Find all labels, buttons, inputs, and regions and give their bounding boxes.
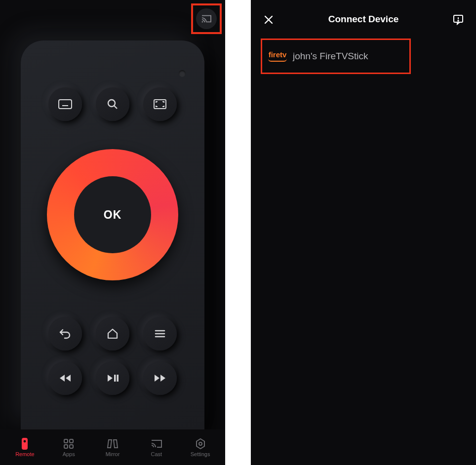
firetv-brand-text: firetv	[269, 51, 287, 58]
nav-cast[interactable]: Cast	[137, 438, 176, 457]
menu-icon	[154, 329, 166, 338]
svg-rect-20	[70, 445, 73, 448]
search-icon	[107, 98, 119, 110]
device-list-item[interactable]: firetv john's FireTVStick	[261, 39, 411, 74]
forward-button[interactable]	[143, 361, 177, 395]
screen-remote: OK	[0, 0, 225, 465]
apps-icon	[63, 438, 75, 450]
ok-button[interactable]: OK	[74, 176, 151, 253]
nav-apps[interactable]: Apps	[49, 438, 88, 457]
screen-connect-device: Connect Device firetv john's FireTVStick	[251, 0, 476, 465]
nav-label: Mirror	[106, 451, 120, 457]
device-name-label: john's FireTVStick	[293, 51, 368, 62]
amazon-smile-icon	[268, 59, 287, 62]
svg-rect-1	[59, 100, 72, 109]
svg-line-8	[114, 106, 117, 109]
svg-rect-9	[154, 100, 166, 109]
settings-icon	[195, 438, 206, 450]
svg-point-27	[458, 20, 459, 21]
ok-label: OK	[104, 208, 122, 222]
nav-remote[interactable]: Remote	[5, 438, 44, 457]
cast-icon	[201, 14, 212, 23]
close-button[interactable]	[262, 13, 276, 27]
svg-rect-19	[64, 445, 68, 448]
keyboard-icon	[58, 99, 72, 109]
home-icon	[107, 328, 119, 340]
highlight-cast-icon	[191, 3, 222, 34]
remote-icon	[19, 438, 31, 450]
svg-marker-21	[197, 439, 204, 449]
svg-rect-15	[22, 438, 28, 450]
firetv-logo: firetv	[268, 51, 287, 62]
nav-mirror[interactable]: Mirror	[93, 438, 132, 457]
fullscreen-icon	[154, 99, 166, 109]
nav-label: Remote	[15, 451, 35, 457]
remote-row-mid	[21, 317, 204, 350]
nav-label: Cast	[151, 451, 162, 457]
cast-button[interactable]	[196, 8, 217, 29]
page-title: Connect Device	[328, 14, 399, 25]
bottom-nav: Remote Apps Mirror Cast Settings	[0, 429, 225, 465]
rewind-icon	[59, 374, 72, 383]
close-icon	[264, 15, 274, 25]
svg-rect-14	[117, 375, 119, 382]
svg-rect-13	[114, 375, 116, 382]
menu-button[interactable]	[143, 317, 177, 350]
play-pause-icon	[107, 374, 119, 383]
feedback-button[interactable]	[451, 13, 465, 27]
svg-rect-17	[64, 439, 68, 443]
rewind-button[interactable]	[48, 361, 82, 395]
svg-point-22	[199, 442, 202, 445]
remote-row-top	[21, 87, 204, 121]
nav-settings[interactable]: Settings	[181, 438, 220, 457]
play-pause-button[interactable]	[96, 361, 129, 395]
svg-point-16	[24, 440, 26, 442]
cast-nav-icon	[151, 438, 162, 450]
feedback-icon	[453, 14, 464, 25]
keyboard-button[interactable]	[48, 87, 82, 121]
fullscreen-button[interactable]	[143, 87, 177, 121]
back-button[interactable]	[48, 317, 82, 350]
nav-label: Settings	[191, 451, 210, 457]
home-button[interactable]	[96, 317, 129, 350]
nav-label: Apps	[63, 451, 75, 457]
svg-point-7	[108, 100, 115, 107]
connect-header: Connect Device	[251, 0, 476, 39]
forward-icon	[154, 374, 166, 383]
search-button[interactable]	[96, 87, 129, 121]
svg-rect-18	[70, 439, 73, 443]
dpad-ring[interactable]: OK	[47, 149, 178, 280]
status-led	[179, 70, 186, 77]
remote-row-bottom	[21, 361, 204, 395]
svg-point-0	[202, 21, 203, 23]
mirror-icon	[107, 438, 119, 450]
back-icon	[59, 328, 72, 340]
remote-body: OK	[21, 40, 204, 430]
